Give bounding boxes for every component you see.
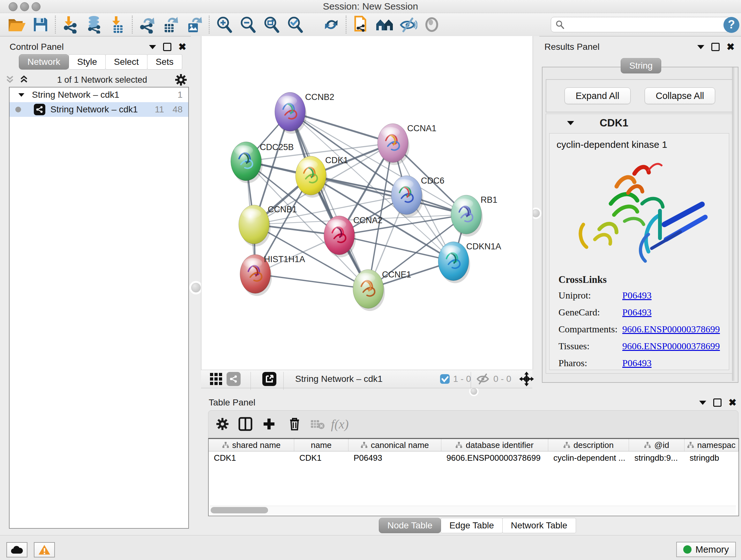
splitter-handle[interactable] bbox=[191, 283, 201, 293]
table-cell[interactable]: stringdb:9... bbox=[629, 451, 684, 464]
tab-node-table[interactable]: Node Table bbox=[379, 518, 441, 533]
crosslink-link[interactable]: P06493 bbox=[622, 358, 652, 368]
import-table-file-button[interactable] bbox=[106, 15, 129, 35]
table-row[interactable]: CDK1CDK1P064939606.ENSP00000378699cyclin… bbox=[209, 451, 738, 464]
network-node-CCNB1[interactable] bbox=[239, 205, 271, 246]
table-cell[interactable]: CDK1 bbox=[294, 451, 348, 464]
warnings-button[interactable] bbox=[34, 542, 55, 557]
network-node-CDKN1A[interactable] bbox=[438, 242, 470, 283]
network-options-gear-icon[interactable] bbox=[175, 74, 187, 86]
selected-checkbox-icon[interactable] bbox=[440, 374, 450, 384]
column-header-description[interactable]: description bbox=[548, 439, 629, 451]
network-node-CDK1[interactable] bbox=[295, 156, 327, 198]
column-header-canonical-name[interactable]: canonical name bbox=[348, 439, 441, 451]
right-splitter[interactable] bbox=[532, 36, 539, 388]
column-header-database-identifier[interactable]: database identifier bbox=[441, 439, 548, 451]
section-collapse-icon[interactable] bbox=[567, 121, 574, 125]
tab-edge-table[interactable]: Edge Table bbox=[441, 518, 502, 533]
network-row-selected[interactable]: String Network – cdk1 11 48 bbox=[10, 102, 188, 117]
column-header-name[interactable]: name bbox=[294, 439, 348, 451]
crosslink-link[interactable]: 9606.ENSP00000378699 bbox=[622, 341, 720, 352]
tree-expand-icon[interactable] bbox=[18, 93, 24, 97]
show-hidden-button[interactable] bbox=[420, 15, 444, 35]
help-button[interactable]: ? bbox=[720, 15, 741, 35]
results-scrollbar[interactable] bbox=[732, 67, 734, 381]
cloud-status-button[interactable] bbox=[6, 542, 27, 557]
network-edge[interactable] bbox=[339, 235, 454, 261]
network-node-CDC6[interactable] bbox=[391, 176, 423, 217]
left-splitter[interactable] bbox=[191, 36, 201, 388]
add-column-button[interactable] bbox=[259, 415, 279, 433]
scrollbar-thumb[interactable] bbox=[211, 507, 268, 513]
zoom-fit-button[interactable] bbox=[259, 15, 283, 35]
horizontal-splitter[interactable] bbox=[201, 388, 741, 394]
table-cell[interactable]: CDK1 bbox=[209, 451, 294, 464]
table-cell[interactable]: P06493 bbox=[348, 451, 441, 464]
crosslink-link[interactable]: P06493 bbox=[622, 307, 652, 318]
tab-network-table[interactable]: Network Table bbox=[502, 518, 576, 533]
collapse-all-button[interactable]: Collapse All bbox=[645, 87, 716, 104]
tab-select[interactable]: Select bbox=[105, 54, 147, 70]
table-options-button[interactable] bbox=[213, 415, 232, 433]
expand-all-chevron-icon[interactable] bbox=[18, 75, 29, 84]
network-node-RB1[interactable] bbox=[451, 195, 483, 237]
table-hscrollbar[interactable] bbox=[210, 506, 736, 514]
network-node-CCNE1[interactable] bbox=[353, 269, 385, 311]
table-cell[interactable]: 9606.ENSP00000378699 bbox=[441, 451, 548, 464]
tab-string[interactable]: String bbox=[621, 58, 661, 73]
save-session-button[interactable] bbox=[29, 15, 52, 35]
crosslink-link[interactable]: 9606.ENSP00000378699 bbox=[622, 324, 720, 334]
panel-float-icon[interactable] bbox=[149, 45, 156, 49]
network-node-CCNA2[interactable] bbox=[324, 216, 356, 257]
network-collection-row[interactable]: String Network – cdk1 1 bbox=[10, 87, 188, 102]
panel-close-icon[interactable]: ✖ bbox=[729, 399, 737, 406]
tab-style[interactable]: Style bbox=[69, 54, 106, 70]
panel-float-icon[interactable] bbox=[697, 45, 704, 49]
network-node-CCNB2[interactable] bbox=[275, 92, 307, 134]
network-selection-status: 1 of 1 Network selected bbox=[29, 75, 175, 85]
apply-style-refresh-button[interactable] bbox=[320, 15, 343, 35]
open-session-button[interactable] bbox=[5, 15, 29, 35]
panel-maximize-icon[interactable] bbox=[713, 398, 722, 407]
fit-content-button[interactable] bbox=[517, 370, 536, 388]
memory-button[interactable]: Memory bbox=[676, 542, 736, 557]
column-header-shared-name[interactable]: shared name bbox=[209, 439, 294, 451]
gene-section-header[interactable]: CDK1 bbox=[546, 114, 733, 132]
column-header-namespac[interactable]: namespac bbox=[684, 439, 738, 451]
delete-column-button[interactable] bbox=[285, 415, 304, 433]
detach-view-button[interactable] bbox=[262, 372, 276, 386]
splitter-handle[interactable] bbox=[471, 388, 477, 395]
panel-close-icon[interactable]: ✖ bbox=[727, 44, 735, 50]
panel-maximize-icon[interactable] bbox=[711, 43, 720, 51]
network-edge[interactable] bbox=[255, 274, 368, 289]
zoom-in-button[interactable] bbox=[212, 15, 236, 35]
collapse-all-chevron-icon[interactable] bbox=[4, 75, 15, 84]
show-all-nodes-button[interactable] bbox=[373, 15, 396, 35]
network-view-canvas[interactable]: CCNB2CCNA1CDC25BCDK1CDC6RB1CCNB1CCNA2CDK… bbox=[201, 36, 533, 370]
zoom-out-button[interactable] bbox=[236, 15, 259, 35]
show-columns-button[interactable] bbox=[236, 415, 255, 433]
import-network-database-button[interactable] bbox=[82, 15, 106, 35]
hide-selected-button[interactable] bbox=[396, 15, 420, 35]
network-node-CCNA1[interactable] bbox=[378, 124, 409, 165]
crosslink-link[interactable]: P06493 bbox=[622, 290, 652, 301]
expand-all-button[interactable]: Expand All bbox=[564, 87, 630, 104]
tab-sets[interactable]: Sets bbox=[147, 54, 182, 70]
copy-style-document-button[interactable] bbox=[349, 15, 373, 35]
export-table-button[interactable] bbox=[159, 15, 183, 35]
table-cell[interactable]: cyclin-dependent ... bbox=[548, 451, 629, 464]
panel-maximize-icon[interactable] bbox=[163, 43, 172, 51]
splitter-handle[interactable] bbox=[532, 209, 540, 217]
export-image-button[interactable] bbox=[183, 15, 206, 35]
network-type-badge-gray[interactable] bbox=[226, 372, 241, 386]
panel-close-icon[interactable]: ✖ bbox=[179, 44, 186, 50]
tab-network[interactable]: Network bbox=[19, 54, 69, 70]
import-network-file-button[interactable] bbox=[58, 15, 82, 35]
export-network-button[interactable] bbox=[135, 15, 159, 35]
table-cell[interactable]: stringdb bbox=[684, 451, 738, 464]
birds-eye-view-button[interactable] bbox=[207, 370, 225, 388]
column-header-@id[interactable]: @id bbox=[629, 439, 684, 451]
panel-float-icon[interactable] bbox=[699, 401, 706, 405]
search-input[interactable] bbox=[551, 17, 731, 32]
zoom-selected-button[interactable] bbox=[283, 15, 307, 35]
